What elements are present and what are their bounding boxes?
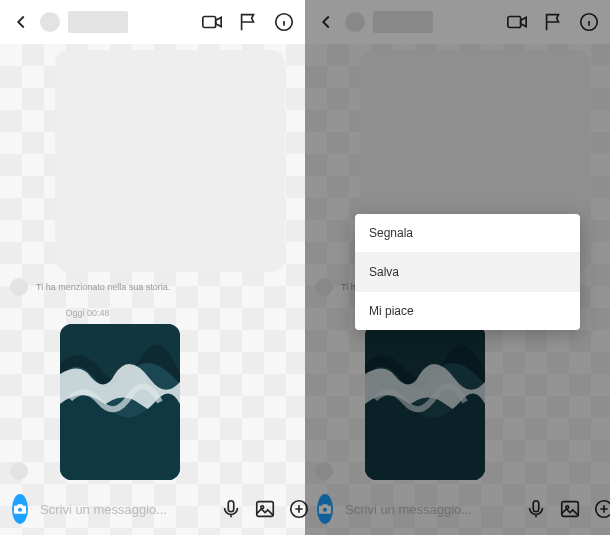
svg-rect-4 xyxy=(228,501,234,512)
header-actions xyxy=(201,11,295,33)
chat-screen-with-menu: Ti ha menzionato nella sua storia. Oggi … xyxy=(305,0,610,535)
composer-actions xyxy=(220,498,310,520)
mention-text: Ti ha menzionato nella sua storia. xyxy=(36,282,170,292)
message-row xyxy=(10,324,295,480)
chat-header xyxy=(0,0,305,44)
info-icon[interactable] xyxy=(273,11,295,33)
menu-item-save[interactable]: Salva xyxy=(355,253,580,292)
contact-name-redacted xyxy=(68,11,128,33)
menu-item-like[interactable]: Mi piace xyxy=(355,292,580,330)
flag-icon[interactable] xyxy=(237,11,259,33)
avatar[interactable] xyxy=(40,12,60,32)
svg-rect-0 xyxy=(203,17,216,28)
chat-screen-normal: Ti ha menzionato nella sua storia. Oggi … xyxy=(0,0,305,535)
video-call-icon[interactable] xyxy=(201,11,223,33)
svg-point-3 xyxy=(18,508,22,512)
back-icon[interactable] xyxy=(10,11,32,33)
conversation-area: Ti ha menzionato nella sua storia. Oggi … xyxy=(0,44,305,483)
mic-icon[interactable] xyxy=(220,498,242,520)
message-input[interactable] xyxy=(40,502,208,517)
mention-row: Ti ha menzionato nella sua storia. xyxy=(10,278,295,296)
sender-avatar[interactable] xyxy=(10,462,28,480)
svg-rect-5 xyxy=(257,502,274,517)
sender-avatar[interactable] xyxy=(10,278,28,296)
timestamp: Oggi 00:48 xyxy=(10,308,295,318)
context-menu: Segnala Salva Mi piace xyxy=(355,214,580,330)
gallery-icon[interactable] xyxy=(254,498,276,520)
shared-story-image[interactable] xyxy=(60,324,180,480)
message-composer xyxy=(0,483,305,535)
menu-item-report[interactable]: Segnala xyxy=(355,214,580,253)
header-left xyxy=(10,11,193,33)
camera-button[interactable] xyxy=(12,494,28,524)
story-preview-placeholder[interactable] xyxy=(55,50,285,272)
